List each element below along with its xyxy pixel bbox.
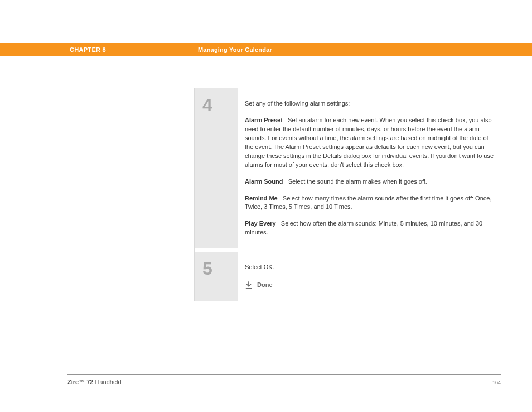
setting-description: Set an alarm for each new event. When yo… <box>245 117 494 168</box>
step-number-cell: 4 <box>195 88 238 248</box>
step-row: 4 Set any of the following alarm setting… <box>195 88 506 252</box>
setting-description: Select how often the alarm sounds: Minut… <box>245 220 482 236</box>
setting-label: Remind Me <box>245 195 278 202</box>
step-number: 4 <box>202 96 238 114</box>
step-intro-text: Select OK. <box>245 263 496 272</box>
chapter-header-bar: CHAPTER 8 Managing Your Calendar <box>0 43 532 56</box>
page-title: Managing Your Calendar <box>198 46 272 53</box>
setting-block: Alarm Sound Select the sound the alarm m… <box>245 178 496 186</box>
chapter-label: CHAPTER 8 <box>70 46 106 53</box>
trademark-symbol: ™ <box>79 379 85 385</box>
done-label: Done <box>257 281 273 290</box>
step-body: Set any of the following alarm settings:… <box>238 88 506 248</box>
setting-label: Play Every <box>245 220 276 227</box>
download-done-icon <box>245 281 253 289</box>
footer-divider <box>67 374 501 375</box>
step-number-cell: 5 <box>195 252 238 301</box>
brand-name: Zire <box>67 379 79 385</box>
setting-label: Alarm Preset <box>245 117 283 123</box>
page-number: 164 <box>492 380 501 385</box>
step-intro-text: Set any of the following alarm settings: <box>245 99 496 108</box>
setting-block: Alarm Preset Set an alarm for each new e… <box>245 116 496 170</box>
product-type: Handheld <box>93 379 121 385</box>
brand-model: 72 <box>85 379 93 385</box>
setting-label: Alarm Sound <box>245 178 283 185</box>
step-row: 5 Select OK. Done <box>195 252 506 301</box>
footer-product-label: Zire™ 72 Handheld <box>67 379 122 385</box>
setting-block: Play Every Select how often the alarm so… <box>245 219 496 237</box>
step-body: Select OK. Done <box>238 252 506 301</box>
setting-description: Select the sound the alarm makes when it… <box>288 178 427 185</box>
setting-block: Remind Me Select how many times the alar… <box>245 194 496 212</box>
steps-container: 4 Set any of the following alarm setting… <box>194 88 506 301</box>
step-number: 5 <box>202 260 238 277</box>
page-footer: Zire™ 72 Handheld 164 <box>67 379 501 385</box>
setting-description: Select how many times the alarm sounds a… <box>245 195 491 210</box>
done-indicator: Done <box>245 281 496 290</box>
